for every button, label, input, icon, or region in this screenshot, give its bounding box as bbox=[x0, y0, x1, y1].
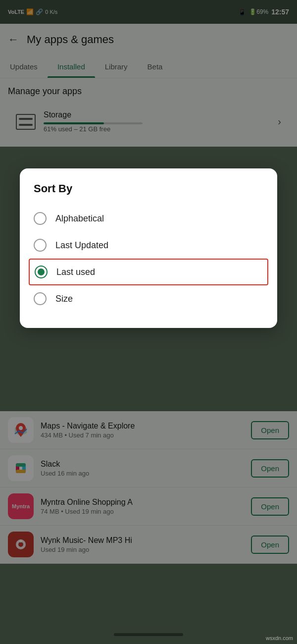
sort-option-alphabetical[interactable]: Alphabetical bbox=[34, 205, 263, 232]
sort-option-last-updated[interactable]: Last Updated bbox=[34, 232, 263, 259]
sort-option-size[interactable]: Size bbox=[34, 285, 263, 312]
sort-label-last-updated: Last Updated bbox=[55, 240, 108, 251]
sort-label-last-used: Last used bbox=[56, 267, 95, 277]
sort-label-alphabetical: Alphabetical bbox=[55, 214, 104, 224]
dialog-title: Sort By bbox=[34, 182, 263, 195]
sort-by-dialog: Sort By Alphabetical Last Updated Last u… bbox=[20, 168, 277, 328]
radio-size bbox=[34, 292, 47, 305]
sort-label-size: Size bbox=[55, 294, 73, 304]
home-indicator[interactable] bbox=[114, 633, 183, 636]
radio-last-updated bbox=[34, 239, 47, 252]
sort-option-last-used[interactable]: Last used bbox=[29, 259, 268, 285]
watermark: wsxdn.com bbox=[266, 635, 293, 641]
radio-selected-dot bbox=[38, 268, 45, 275]
radio-alphabetical bbox=[34, 212, 47, 225]
radio-last-used bbox=[35, 266, 48, 278]
